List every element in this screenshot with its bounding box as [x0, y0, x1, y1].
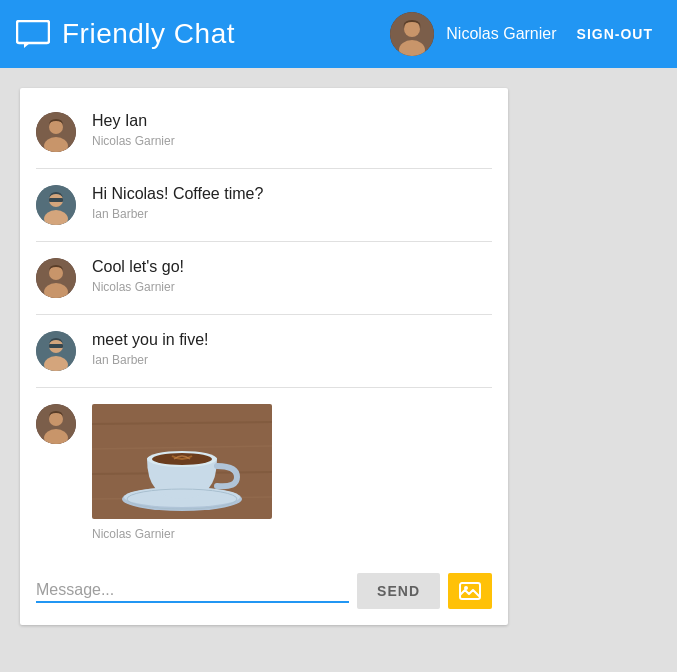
input-wrapper	[36, 579, 349, 603]
avatar-image	[390, 12, 434, 56]
message-sender: Nicolas Garnier	[92, 134, 175, 148]
table-row: Cool let's go! Nicolas Garnier	[36, 242, 492, 315]
avatar	[390, 12, 434, 56]
sender-avatar-nicolas-3	[36, 404, 76, 444]
avatar	[36, 112, 76, 152]
app-title: Friendly Chat	[62, 18, 235, 50]
message-content: Hey Ian Nicolas Garnier	[92, 112, 175, 148]
image-upload-button[interactable]	[448, 573, 492, 609]
main-container: Hey Ian Nicolas Garnier Hi Nicolas!	[0, 68, 677, 645]
avatar	[36, 404, 76, 444]
message-text: Hi Nicolas! Coffee time?	[92, 185, 263, 203]
avatar	[36, 185, 76, 225]
message-sender: Nicolas Garnier	[92, 280, 184, 294]
sender-avatar-nicolas-2	[36, 258, 76, 298]
table-row: Nicolas Garnier	[36, 388, 492, 557]
table-row: Hi Nicolas! Coffee time? Ian Barber	[36, 169, 492, 242]
message-sender: Ian Barber	[92, 207, 263, 221]
chat-card: Hey Ian Nicolas Garnier Hi Nicolas!	[20, 88, 508, 625]
input-area: SEND	[20, 565, 508, 625]
avatar	[36, 331, 76, 371]
table-row: meet you in five! Ian Barber	[36, 315, 492, 388]
sign-out-button[interactable]: SIGN-OUT	[569, 22, 661, 46]
app-header: Friendly Chat Nicolas Garnier SIGN-OUT	[0, 0, 677, 68]
message-content: Hi Nicolas! Coffee time? Ian Barber	[92, 185, 263, 221]
svg-point-5	[405, 22, 419, 36]
message-content: Nicolas Garnier	[92, 404, 272, 541]
svg-rect-0	[17, 21, 49, 43]
header-right: Nicolas Garnier SIGN-OUT	[390, 12, 661, 56]
image-icon	[459, 581, 481, 601]
svg-point-7	[49, 120, 63, 134]
message-sender: Ian Barber	[92, 353, 209, 367]
message-text: Cool let's go!	[92, 258, 184, 276]
svg-rect-19	[49, 344, 63, 348]
message-image	[92, 404, 272, 519]
message-input[interactable]	[36, 579, 349, 603]
sender-avatar-ian	[36, 185, 76, 225]
message-text: Hey Ian	[92, 112, 175, 130]
input-row: SEND	[36, 573, 492, 609]
send-button[interactable]: SEND	[357, 573, 440, 609]
header-left: Friendly Chat	[16, 18, 235, 50]
message-sender: Nicolas Garnier	[92, 527, 272, 541]
sender-avatar-nicolas	[36, 112, 76, 152]
message-text: meet you in five!	[92, 331, 209, 349]
table-row: Hey Ian Nicolas Garnier	[36, 96, 492, 169]
chat-icon	[16, 20, 50, 48]
messages-list: Hey Ian Nicolas Garnier Hi Nicolas!	[20, 88, 508, 565]
user-name: Nicolas Garnier	[446, 25, 556, 43]
sender-avatar-ian-2	[36, 331, 76, 371]
message-content: Cool let's go! Nicolas Garnier	[92, 258, 184, 294]
svg-rect-12	[49, 198, 63, 202]
avatar	[36, 258, 76, 298]
message-content: meet you in five! Ian Barber	[92, 331, 209, 367]
svg-point-21	[49, 412, 63, 426]
svg-point-14	[49, 266, 63, 280]
